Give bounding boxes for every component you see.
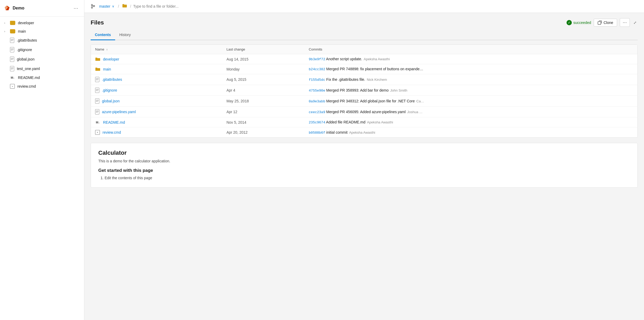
file-name-cell: ≡review.cmd xyxy=(95,130,218,135)
commit-hash-link[interactable]: b0508b6f xyxy=(309,131,325,135)
content-area: Files ✓ succeeded Clone ⋯ ⤢ Conten xyxy=(84,13,644,193)
sidebar-item-review-cmd[interactable]: ≡ review.cmd xyxy=(0,82,84,91)
sidebar-item-developer[interactable]: › developer xyxy=(0,19,84,27)
expand-icon[interactable]: ⤢ xyxy=(632,19,638,26)
svg-rect-8 xyxy=(10,47,14,52)
folder-icon xyxy=(10,21,15,25)
file-name-link[interactable]: README.md xyxy=(103,120,125,124)
commit-message: Merged PR 348312: Add global.json file f… xyxy=(326,99,415,103)
cmd-icon: ≡ xyxy=(95,130,100,135)
folder-icon xyxy=(95,67,100,71)
readme-list: Edit the contents of this page xyxy=(98,176,630,180)
col-header-commits: Commits xyxy=(305,45,637,54)
file-icon xyxy=(95,88,99,93)
files-card: Name ↑ Last change Commits developerAug … xyxy=(91,44,638,138)
commit-hash-link[interactable]: 235c9674 xyxy=(309,121,325,124)
file-name-link[interactable]: developer xyxy=(103,57,119,61)
commit-cell: 9b3e9f72 Another script update.Apeksha A… xyxy=(305,54,637,64)
clone-button[interactable]: Clone xyxy=(594,19,617,27)
sidebar-item-label: review.cmd xyxy=(17,84,36,88)
table-row: azure-pipelines.yamlApr 12ceec23a9 Merge… xyxy=(91,107,637,117)
svg-rect-12 xyxy=(10,57,14,62)
chevron-down-icon: ∨ xyxy=(112,4,114,8)
commit-author: Apeksha Awasthi xyxy=(364,57,390,61)
file-finder-input[interactable] xyxy=(133,3,638,9)
file-name-link[interactable]: .gitattributes xyxy=(102,77,122,82)
commit-hash-link[interactable]: ceec23a9 xyxy=(309,110,325,114)
table-header: Name ↑ Last change Commits xyxy=(91,45,637,54)
sidebar-title-row: Demo xyxy=(4,5,24,11)
file-name-link[interactable]: .gitignore xyxy=(102,88,117,92)
file-icon xyxy=(10,57,14,62)
chevron-icon: › xyxy=(4,21,7,24)
succeeded-badge[interactable]: ✓ succeeded xyxy=(567,20,591,25)
table-row: global.jsonMay 25, 20180a9e3abb Merged P… xyxy=(91,96,637,107)
commit-author: Apeksha Awasthi xyxy=(349,131,375,134)
date-cell: Aug 5, 2015 xyxy=(222,74,304,85)
sidebar-item-readme-md[interactable]: M↓ README.md xyxy=(0,73,84,82)
file-name-link[interactable]: review.cmd xyxy=(103,130,121,134)
commit-message: Merged PR 748898: fix placement of butto… xyxy=(326,67,423,71)
commit-hash-link[interactable]: 4755e90e xyxy=(309,89,325,93)
commit-hash-link[interactable]: f155d5dc xyxy=(309,78,325,82)
commit-author: Ca… xyxy=(416,99,424,103)
file-name-link[interactable]: azure-pipelines.yaml xyxy=(102,110,136,114)
date-cell: Monday xyxy=(222,64,304,74)
svg-rect-16 xyxy=(10,66,14,71)
sidebar-header: Demo ⋯ xyxy=(0,0,84,17)
table-row: developerAug 14, 20159b3e9f72 Another sc… xyxy=(91,54,637,64)
file-name-link[interactable]: main xyxy=(103,67,111,71)
file-name-link[interactable]: global.json xyxy=(102,99,120,103)
commit-author: Nick Kirchem xyxy=(367,78,387,82)
branch-selector[interactable]: master ∨ xyxy=(97,3,116,9)
table-row: M↓README.mdNov 5, 2014235c9674 Added fil… xyxy=(91,117,637,127)
sidebar-item-test-one-yaml[interactable]: test_one.yaml xyxy=(0,64,84,73)
readme-get-started-title: Get started with this page xyxy=(98,168,630,173)
file-name-cell: developer xyxy=(95,57,218,61)
more-options-button[interactable]: ⋯ xyxy=(620,18,630,27)
file-name-cell: .gitattributes xyxy=(95,77,218,82)
sidebar: Demo ⋯ › developer › main .gitattributes… xyxy=(0,0,84,320)
folder-button[interactable] xyxy=(121,3,128,10)
sidebar-item-label: test_one.yaml xyxy=(17,67,40,71)
date-cell: Nov 5, 2014 xyxy=(222,117,304,127)
sidebar-item-label: global.json xyxy=(17,57,35,61)
tab-history[interactable]: History xyxy=(115,31,135,40)
commit-message: Merged PR 358993: Add bar for demo xyxy=(326,88,389,92)
readme-list-item: Edit the contents of this page xyxy=(105,176,630,180)
sidebar-item-global-json[interactable]: global.json xyxy=(0,54,84,64)
commit-hash-link[interactable]: 0a9e3abb xyxy=(309,99,325,103)
svg-rect-4 xyxy=(10,38,14,43)
topbar: master ∨ / / xyxy=(84,0,644,13)
file-name-cell: M↓README.md xyxy=(95,120,218,124)
clone-icon xyxy=(598,21,602,25)
files-table: Name ↑ Last change Commits developerAug … xyxy=(91,45,637,137)
table-row: mainMondayb24cc382 Merged PR 748898: fix… xyxy=(91,64,637,74)
col-header-last-change: Last change xyxy=(222,45,304,54)
readme-card: Calculator This is a demo for the calcul… xyxy=(91,143,638,188)
commit-hash-link[interactable]: 9b3e9f72 xyxy=(309,57,325,61)
sidebar-item-gitattributes[interactable]: .gitattributes xyxy=(0,36,84,45)
header-actions: ✓ succeeded Clone ⋯ ⤢ xyxy=(567,18,638,27)
commit-author: Joshua … xyxy=(407,110,423,114)
file-name-cell: .gitignore xyxy=(95,88,218,93)
success-check-icon: ✓ xyxy=(567,20,572,25)
commit-message: Merged PR 456095: Added azure-pipelines.… xyxy=(326,110,406,114)
file-icon xyxy=(10,47,14,52)
chevron-icon: › xyxy=(4,30,7,33)
sidebar-more-button[interactable]: ⋯ xyxy=(72,5,80,12)
commit-cell: 0a9e3abb Merged PR 348312: Add global.js… xyxy=(305,96,637,107)
sidebar-item-label: main xyxy=(18,29,26,33)
date-cell: Apr 20, 2012 xyxy=(222,127,304,138)
sidebar-item-main[interactable]: › main xyxy=(0,27,84,36)
svg-rect-29 xyxy=(95,88,99,93)
commit-author: John Smith xyxy=(390,88,407,92)
path-separator-2: / xyxy=(130,4,131,8)
file-icon xyxy=(10,66,14,71)
commit-hash-link[interactable]: b24cc382 xyxy=(309,67,325,71)
tab-contents[interactable]: Contents xyxy=(91,31,115,40)
markdown-icon: M↓ xyxy=(95,121,100,124)
path-separator: / xyxy=(118,4,119,8)
sidebar-item-gitignore[interactable]: .gitignore xyxy=(0,45,84,54)
folder-icon xyxy=(122,4,127,8)
